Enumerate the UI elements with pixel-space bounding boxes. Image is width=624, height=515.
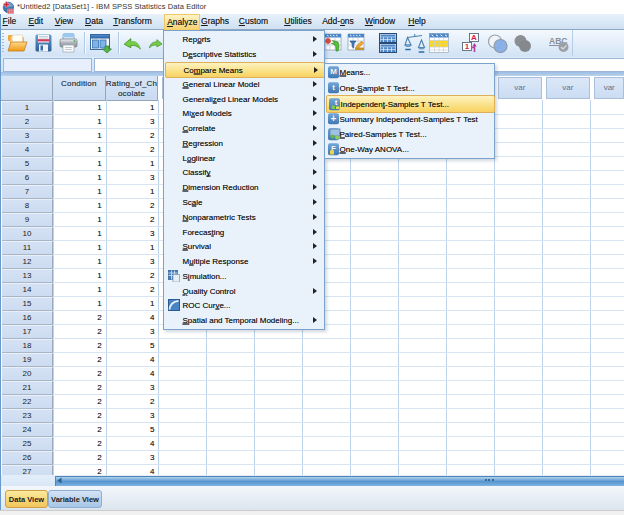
svg-text:1: 1 bbox=[465, 42, 470, 51]
svg-text:A: A bbox=[471, 33, 477, 42]
svg-text:t: t bbox=[335, 98, 338, 107]
